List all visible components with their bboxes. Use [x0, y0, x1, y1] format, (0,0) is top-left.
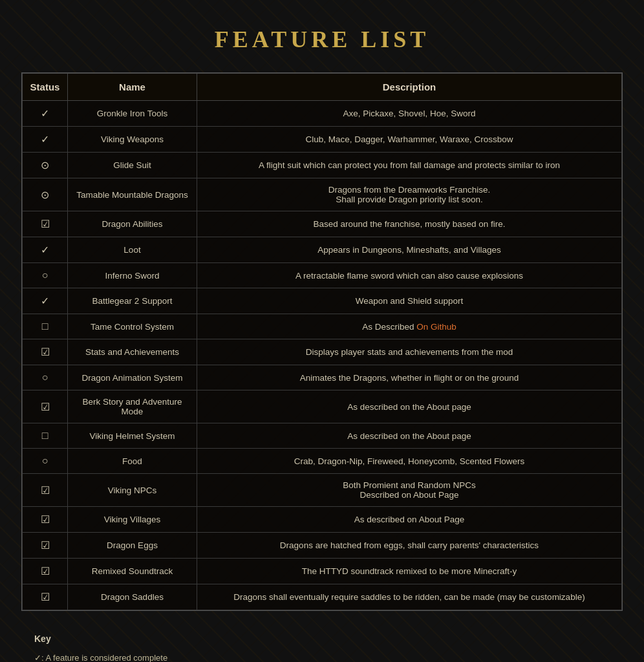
desc-cell: Dragons from the Dreamworks Franchise.Sh… [197, 178, 622, 211]
name-cell: Stats and Achievements [68, 339, 197, 365]
status-cell: ☑ [23, 559, 68, 584]
table-row: ✓Gronkle Iron ToolsAxe, Pickaxe, Shovel,… [23, 101, 622, 127]
table-row: ⊙Glide SuitA flight suit which can prote… [23, 153, 622, 178]
status-cell: □ [23, 423, 68, 449]
external-link[interactable]: On Github [416, 322, 456, 332]
desc-cell: Weapon and Shield support [197, 288, 622, 314]
desc-cell: Dragons are hatched from eggs, shall car… [197, 533, 622, 559]
table-row: ✓Viking WeaponsClub, Mace, Dagger, Warha… [23, 127, 622, 153]
status-cell: ✓ [23, 101, 68, 127]
name-cell: Viking Villages [68, 507, 197, 533]
desc-cell: Both Promient and Random NPCsDescribed o… [197, 474, 622, 507]
table-row: ☑Stats and AchievementsDisplays player s… [23, 339, 622, 365]
name-cell: Berk Story and Adventure Mode [68, 390, 197, 423]
key-item: ✓: A feature is considered complete [34, 650, 610, 662]
name-cell: Battlegear 2 Support [68, 288, 197, 314]
status-cell: ☑ [23, 584, 68, 610]
status-cell: □ [23, 314, 68, 339]
status-cell: ⊙ [23, 178, 68, 211]
status-cell: ✓ [23, 127, 68, 153]
table-body: ✓Gronkle Iron ToolsAxe, Pickaxe, Shovel,… [23, 101, 622, 610]
name-cell: Tame Control System [68, 314, 197, 339]
desc-cell: Club, Mace, Dagger, Warhammer, Waraxe, C… [197, 127, 622, 153]
table-row: ⊙Tamable Mountable DragonsDragons from t… [23, 178, 622, 211]
status-cell: ☑ [23, 533, 68, 559]
table-row: ☑Berk Story and Adventure ModeAs describ… [23, 390, 622, 423]
status-cell: ☑ [23, 390, 68, 423]
name-cell: Dragon Animation System [68, 365, 197, 390]
page-title: FEATURE LIST [13, 26, 631, 53]
name-cell: Dragon Abilities [68, 211, 197, 237]
feature-table-container: Status Name Description ✓Gronkle Iron To… [21, 72, 623, 611]
key-section: Key ✓: A feature is considered complete⊙… [21, 624, 623, 662]
status-cell: ☑ [23, 507, 68, 533]
table-row: ☑Dragon AbilitiesBased around the franch… [23, 211, 622, 237]
table-row: ☑Dragon EggsDragons are hatched from egg… [23, 533, 622, 559]
col-header-name: Name [68, 74, 197, 101]
name-cell: Dragon Saddles [68, 584, 197, 610]
status-cell: ☑ [23, 339, 68, 365]
table-row: ✓Battlegear 2 SupportWeapon and Shield s… [23, 288, 622, 314]
status-cell: ✓ [23, 288, 68, 314]
desc-cell: As described on the About page [197, 423, 622, 449]
table-header-row: Status Name Description [23, 74, 622, 101]
name-cell: Gronkle Iron Tools [68, 101, 197, 127]
name-cell: Loot [68, 237, 197, 263]
feature-table: Status Name Description ✓Gronkle Iron To… [22, 73, 622, 610]
desc-cell: Crab, Dragon-Nip, Fireweed, Honeycomb, S… [197, 449, 622, 474]
name-cell: Inferno Sword [68, 263, 197, 288]
desc-cell: Based around the franchise, mostly based… [197, 211, 622, 237]
table-row: ✓LootAppears in Dungeons, Mineshafts, an… [23, 237, 622, 263]
status-cell: ⊙ [23, 153, 68, 178]
table-row: ☑Remixed SoundtrackThe HTTYD soundtrack … [23, 559, 622, 584]
desc-cell: A retractable flame sword which can also… [197, 263, 622, 288]
key-title: Key [34, 630, 610, 648]
desc-cell: Dragons shall eventually require saddles… [197, 584, 622, 610]
status-cell: ☑ [23, 211, 68, 237]
status-cell: ○ [23, 365, 68, 390]
table-row: □Viking Helmet SystemAs described on the… [23, 423, 622, 449]
desc-cell: A flight suit which can protect you from… [197, 153, 622, 178]
col-header-status: Status [23, 74, 68, 101]
desc-cell: Axe, Pickaxe, Shovel, Hoe, Sword [197, 101, 622, 127]
name-cell: Food [68, 449, 197, 474]
desc-cell: As described on About Page [197, 507, 622, 533]
table-row: ○Dragon Animation SystemAnimates the Dra… [23, 365, 622, 390]
table-row: □Tame Control SystemAs Described On Gith… [23, 314, 622, 339]
status-cell: ✓ [23, 237, 68, 263]
desc-cell: Appears in Dungeons, Mineshafts, and Vil… [197, 237, 622, 263]
desc-cell: Displays player stats and achievements f… [197, 339, 622, 365]
status-cell: ○ [23, 449, 68, 474]
name-cell: Viking NPCs [68, 474, 197, 507]
desc-cell: As Described On Github [197, 314, 622, 339]
desc-cell: As described on the About page [197, 390, 622, 423]
key-items: ✓: A feature is considered complete⊙: A … [34, 650, 610, 662]
name-cell: Viking Helmet System [68, 423, 197, 449]
name-cell: Dragon Eggs [68, 533, 197, 559]
table-row: ☑Viking NPCsBoth Promient and Random NPC… [23, 474, 622, 507]
desc-cell: Animates the Dragons, whether in flight … [197, 365, 622, 390]
table-row: ☑Viking VillagesAs described on About Pa… [23, 507, 622, 533]
table-row: ○FoodCrab, Dragon-Nip, Fireweed, Honeyco… [23, 449, 622, 474]
name-cell: Tamable Mountable Dragons [68, 178, 197, 211]
status-cell: ○ [23, 263, 68, 288]
desc-cell: The HTTYD soundtrack remixed to be more … [197, 559, 622, 584]
name-cell: Glide Suit [68, 153, 197, 178]
name-cell: Viking Weapons [68, 127, 197, 153]
table-row: ☑Dragon SaddlesDragons shall eventually … [23, 584, 622, 610]
col-header-description: Description [197, 74, 622, 101]
status-cell: ☑ [23, 474, 68, 507]
table-row: ○Inferno SwordA retractable flame sword … [23, 263, 622, 288]
name-cell: Remixed Soundtrack [68, 559, 197, 584]
